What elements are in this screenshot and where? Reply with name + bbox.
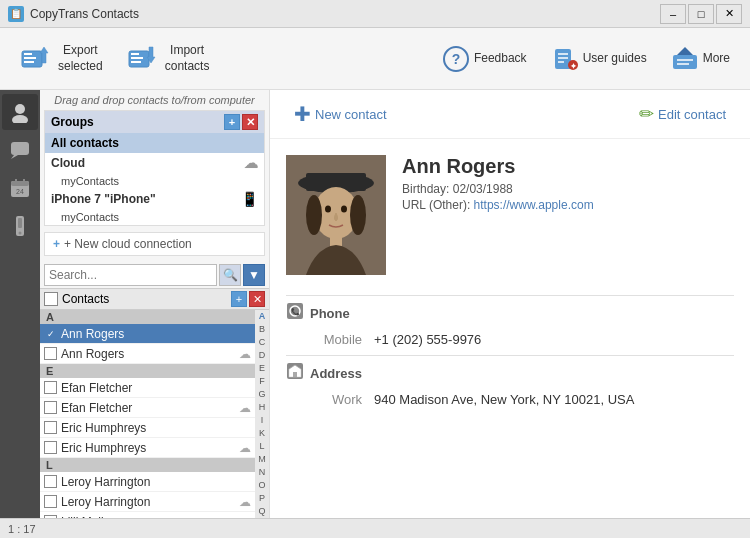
contacts-list-wrap: A✓Ann RogersAnn Rogers☁EEfan FletcherEfa…	[40, 310, 269, 518]
more-icon	[671, 45, 699, 73]
left-sidebar: 24	[0, 90, 40, 518]
contact-checkbox[interactable]	[44, 381, 57, 394]
search-button[interactable]: 🔍	[219, 264, 241, 286]
contact-item[interactable]: ✓Ann Rogers	[40, 324, 255, 344]
contact-section-label: E	[40, 364, 255, 378]
remove-contact-button[interactable]: ✕	[249, 291, 265, 307]
more-button[interactable]: More	[661, 39, 740, 79]
messages-nav[interactable]	[2, 132, 38, 168]
iphone-group-item[interactable]: iPhone 7 "iPhone" 📱	[45, 189, 264, 209]
import-contacts-label: Import contacts	[165, 43, 210, 74]
user-guides-button[interactable]: ✦ User guides	[541, 39, 657, 79]
contact-detail: Ann Rogers Birthday: 02/03/1988 URL (Oth…	[270, 139, 750, 427]
alphabet-letter[interactable]: E	[259, 362, 265, 375]
cloud-group-item[interactable]: Cloud ☁	[45, 153, 264, 173]
alphabet-letter[interactable]: B	[259, 323, 265, 336]
alphabet-letter[interactable]: F	[259, 375, 265, 388]
alphabet-letter[interactable]: K	[259, 427, 265, 440]
alphabet-letter[interactable]: Q	[258, 505, 265, 518]
contact-checkbox[interactable]	[44, 475, 57, 488]
groups-header: Groups + ✕	[45, 111, 264, 133]
address-section-title: Address	[310, 366, 362, 381]
contact-checkbox[interactable]	[44, 347, 57, 360]
svg-rect-47	[293, 372, 297, 377]
alphabet-letter[interactable]: D	[259, 349, 266, 362]
alphabet-letter[interactable]: O	[258, 479, 265, 492]
user-guides-label: User guides	[583, 51, 647, 67]
contact-cloud-icon: ☁	[239, 441, 251, 455]
phone-mobile-row: Mobile +1 (202) 555-9976	[286, 328, 734, 351]
contact-item[interactable]: Efan Fletcher☁	[40, 398, 255, 418]
contact-name: Leroy Harrington	[61, 475, 251, 489]
svg-point-41	[341, 206, 347, 213]
cloud-icon: ☁	[244, 155, 258, 171]
new-contact-button[interactable]: ✚ New contact	[286, 98, 395, 130]
alphabet-letter[interactable]: I	[261, 414, 264, 427]
add-contact-button[interactable]: +	[231, 291, 247, 307]
main-toolbar: Export selected Import contacts ?	[0, 28, 750, 90]
contact-checkbox[interactable]	[44, 401, 57, 414]
svg-rect-18	[673, 55, 697, 69]
close-button[interactable]: ✕	[716, 4, 742, 24]
maximize-button[interactable]: □	[688, 4, 714, 24]
contact-name: Ann Rogers	[61, 347, 235, 361]
contact-item[interactable]: Leroy Harrington☁	[40, 492, 255, 512]
import-contacts-button[interactable]: Import contacts	[117, 37, 220, 81]
edit-contact-icon: ✏	[639, 103, 654, 125]
contact-item[interactable]: Leroy Harrington	[40, 472, 255, 492]
mobile-label: Mobile	[294, 332, 374, 347]
phone-section-title: Phone	[310, 306, 350, 321]
contact-checkbox[interactable]	[44, 495, 57, 508]
alphabet-letter[interactable]: N	[259, 466, 266, 479]
contact-checkbox[interactable]: ✓	[44, 327, 57, 340]
svg-rect-8	[131, 61, 141, 63]
contact-item[interactable]: Efan Fletcher	[40, 378, 255, 398]
alphabet-letter[interactable]: H	[259, 401, 266, 414]
content-area: 24 Drag and drop contacts to/from comput…	[0, 90, 750, 518]
calendar-nav[interactable]: 24	[2, 170, 38, 206]
svg-rect-1	[24, 53, 32, 55]
edit-contact-label: Edit contact	[658, 107, 726, 122]
contact-item[interactable]: Eric Humphreys	[40, 418, 255, 438]
export-icon	[20, 43, 52, 75]
my-contacts-cloud-item[interactable]: myContacts	[45, 173, 264, 189]
app-icon: 📋	[8, 6, 24, 22]
main-wrapper: Export selected Import contacts ?	[0, 28, 750, 538]
contacts-nav[interactable]	[2, 94, 38, 130]
alphabet-letter[interactable]: G	[258, 388, 265, 401]
contact-item[interactable]: Eric Humphreys☁	[40, 438, 255, 458]
alphabet-letter[interactable]: A	[259, 310, 266, 323]
svg-point-33	[19, 232, 22, 235]
contact-item[interactable]: Ann Rogers☁	[40, 344, 255, 364]
minimize-button[interactable]: –	[660, 4, 686, 24]
svg-text:✦: ✦	[569, 62, 576, 71]
select-all-checkbox[interactable]	[44, 292, 58, 306]
add-group-button[interactable]: +	[224, 114, 240, 130]
svg-rect-24	[11, 142, 29, 155]
search-input[interactable]	[44, 264, 217, 286]
alphabet-letter[interactable]: L	[259, 440, 264, 453]
new-cloud-connection-button[interactable]: + + New cloud connection	[44, 232, 265, 256]
svg-rect-7	[131, 57, 143, 59]
svg-text:📞: 📞	[291, 307, 300, 316]
alphabet-letter[interactable]: C	[259, 336, 266, 349]
svg-rect-6	[131, 53, 139, 55]
contact-info: Ann Rogers Birthday: 02/03/1988 URL (Oth…	[402, 155, 734, 275]
feedback-button[interactable]: ? Feedback	[432, 39, 537, 79]
alphabet-letter[interactable]: M	[258, 453, 266, 466]
address-work-row: Work 940 Madison Ave, New York, NY 10021…	[286, 388, 734, 411]
edit-contact-button[interactable]: ✏ Edit contact	[631, 99, 734, 129]
right-panel: ✚ New contact ✏ Edit contact	[270, 90, 750, 518]
svg-point-22	[15, 104, 25, 114]
alphabet-letter[interactable]: P	[259, 492, 265, 505]
filter-button[interactable]: ▼	[243, 264, 265, 286]
device-nav[interactable]	[2, 208, 38, 244]
all-contacts-item[interactable]: All contacts	[45, 133, 264, 153]
contacts-panel: Drag and drop contacts to/from computer …	[40, 90, 270, 518]
export-selected-button[interactable]: Export selected	[10, 37, 113, 81]
contact-checkbox[interactable]	[44, 421, 57, 434]
feedback-icon: ?	[442, 45, 470, 73]
remove-group-button[interactable]: ✕	[242, 114, 258, 130]
contact-checkbox[interactable]	[44, 441, 57, 454]
my-contacts-phone-item[interactable]: myContacts	[45, 209, 264, 225]
